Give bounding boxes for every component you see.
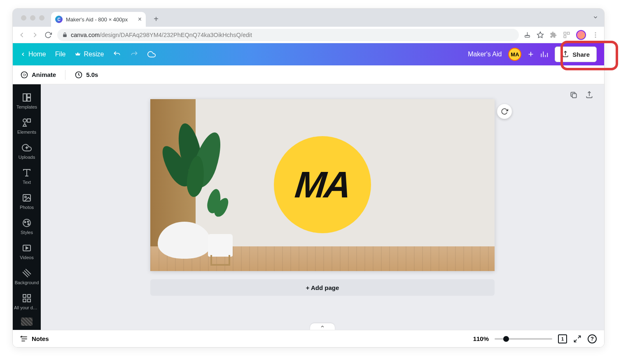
redo-button[interactable] <box>130 50 138 58</box>
svg-rect-2 <box>564 32 566 34</box>
svg-point-7 <box>595 36 596 37</box>
svg-point-9 <box>21 72 28 78</box>
text-icon <box>22 168 32 178</box>
svg-rect-14 <box>27 98 30 101</box>
tabs-dropdown-icon[interactable] <box>593 14 598 20</box>
window-minimize-icon[interactable] <box>30 15 35 21</box>
svg-point-25 <box>28 224 29 225</box>
nav-reload-icon[interactable] <box>44 31 52 39</box>
svg-rect-13 <box>27 94 30 97</box>
animate-button[interactable]: Animate <box>20 71 56 79</box>
notes-label: Notes <box>32 335 49 342</box>
side-rail: Templates Elements Uploads Text Photos <box>13 84 41 330</box>
bookmark-star-icon[interactable] <box>537 31 544 39</box>
address-bar[interactable]: canva.com/design/DAFAq298YM4/232PhEQnQ74… <box>57 29 519 41</box>
share-button[interactable]: Share <box>555 46 597 62</box>
tab-close-icon[interactable]: × <box>138 16 142 23</box>
extensions-icon[interactable] <box>550 31 557 39</box>
nav-forward-icon[interactable] <box>31 31 39 39</box>
svg-rect-29 <box>28 294 30 297</box>
rail-elements[interactable]: Elements <box>13 114 41 139</box>
svg-line-35 <box>574 339 577 342</box>
duration-label: 5.0s <box>86 71 98 78</box>
design-canvas[interactable]: MA <box>150 99 495 271</box>
add-page-button[interactable]: + Add page <box>150 279 495 296</box>
rail-templates[interactable]: Templates <box>13 88 41 114</box>
rail-label: All your designs <box>14 305 40 310</box>
rail-label: Photos <box>20 205 34 210</box>
zoom-value[interactable]: 110% <box>473 335 489 342</box>
refresh-fab[interactable] <box>497 104 512 119</box>
browser-tab[interactable]: C Maker's Aid - 800 × 400px × <box>51 12 146 27</box>
background-icon <box>22 268 32 278</box>
window-close-icon[interactable] <box>21 15 26 21</box>
rail-uploads[interactable]: Uploads <box>13 139 41 164</box>
styles-icon <box>22 218 32 228</box>
share-url-icon[interactable] <box>524 31 531 38</box>
fullscreen-icon[interactable] <box>573 334 582 343</box>
svg-rect-12 <box>23 94 26 101</box>
project-name[interactable]: Maker's Aid <box>468 51 502 58</box>
tab-title: Maker's Aid - 800 × 400px <box>66 16 135 23</box>
canvas-area[interactable]: MA + Add page <box>41 84 604 330</box>
svg-marker-27 <box>26 247 28 249</box>
undo-button[interactable] <box>113 50 121 58</box>
home-button[interactable]: Home <box>20 51 46 58</box>
upload-icon <box>562 51 569 58</box>
rail-label: Elements <box>17 130 36 134</box>
svg-rect-3 <box>567 32 570 34</box>
export-page-icon[interactable] <box>585 91 594 100</box>
page-indicator[interactable]: 1 <box>558 334 567 343</box>
videos-icon <box>22 243 32 253</box>
rail-photos[interactable]: Photos <box>13 189 41 214</box>
user-avatar-badge[interactable]: MA <box>508 48 521 61</box>
svg-marker-17 <box>23 123 26 126</box>
resize-label: Resize <box>84 51 104 58</box>
animate-label: Animate <box>32 71 56 78</box>
svg-point-6 <box>595 34 596 35</box>
pot-small <box>208 234 233 257</box>
logo-circle[interactable]: MA <box>274 136 371 233</box>
url-text: canva.com/design/DAFAq298YM4/232PhEQnQ74… <box>71 32 252 38</box>
elements-icon <box>22 118 32 128</box>
file-menu[interactable]: File <box>55 51 66 58</box>
duration-button[interactable]: 5.0s <box>75 71 98 79</box>
updates-icon[interactable] <box>563 31 570 39</box>
cloud-sync-icon[interactable] <box>147 50 156 58</box>
add-member-button[interactable]: + <box>528 49 533 60</box>
duplicate-page-icon[interactable] <box>570 91 579 100</box>
insights-icon[interactable] <box>540 50 548 58</box>
canva-favicon-icon: C <box>55 16 63 23</box>
rail-styles[interactable]: Styles <box>13 214 41 239</box>
rail-all-designs[interactable]: All your designs <box>13 289 41 314</box>
rail-label: Text <box>23 180 31 185</box>
toolbar-separator <box>65 70 65 80</box>
photos-icon <box>22 193 32 203</box>
rail-thumbnail[interactable] <box>21 318 33 326</box>
browser-window: C Maker's Aid - 800 × 400px × + <box>12 8 605 348</box>
slider-thumb[interactable] <box>503 336 509 342</box>
profile-avatar-icon[interactable] <box>576 30 586 40</box>
animate-icon <box>20 71 28 79</box>
rail-videos[interactable]: Videos <box>13 239 41 264</box>
rail-background[interactable]: Background <box>13 264 41 289</box>
notes-button[interactable]: Notes <box>20 335 49 343</box>
rail-text[interactable]: Text <box>13 164 41 189</box>
help-icon[interactable]: ? <box>588 334 597 343</box>
kebab-menu-icon[interactable] <box>592 31 599 39</box>
window-controls[interactable] <box>18 9 48 27</box>
svg-rect-16 <box>27 119 30 122</box>
resize-button[interactable]: Resize <box>75 51 104 58</box>
svg-rect-30 <box>23 299 26 302</box>
new-tab-button[interactable]: + <box>150 13 162 25</box>
window-maximize-icon[interactable] <box>39 15 44 21</box>
nav-back-icon[interactable] <box>18 31 26 39</box>
add-page-label: + Add page <box>306 284 339 291</box>
svg-point-22 <box>23 219 30 227</box>
clock-icon <box>75 71 83 79</box>
expand-timeline-tab[interactable] <box>310 323 335 330</box>
svg-point-24 <box>28 221 29 223</box>
zoom-slider[interactable] <box>495 338 552 340</box>
chevron-left-icon <box>20 51 26 57</box>
url-path: /design/DAFAq298YM4/232PhEQnQ74ka3OikHch… <box>100 32 252 38</box>
